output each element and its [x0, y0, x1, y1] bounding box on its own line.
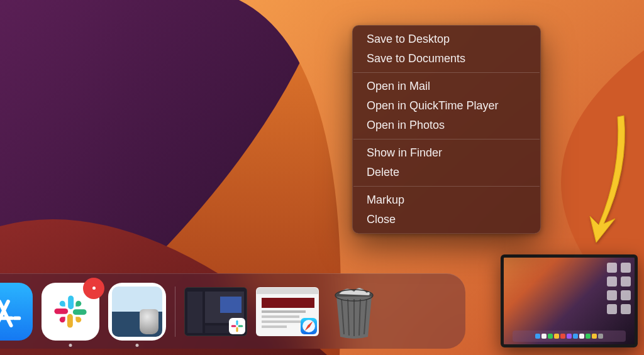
- menu-close[interactable]: Close: [353, 210, 540, 229]
- minimized-window-safari[interactable]: [256, 287, 319, 336]
- svg-rect-18: [262, 310, 306, 313]
- menu-delete[interactable]: Delete: [353, 163, 540, 182]
- dock: [0, 273, 465, 349]
- svg-rect-5: [54, 308, 68, 314]
- svg-rect-2: [68, 295, 74, 309]
- menu-separator: [353, 186, 540, 187]
- slack-icon: [50, 292, 91, 332]
- svg-rect-7: [187, 292, 203, 333]
- annotation-arrow-icon: [581, 113, 638, 245]
- slack-icon: [229, 318, 245, 334]
- trash-full-icon: [328, 283, 380, 341]
- svg-rect-11: [236, 320, 238, 325]
- svg-rect-4: [67, 314, 73, 327]
- notification-badge-icon: [83, 278, 104, 299]
- menu-open-in-quicktime[interactable]: Open in QuickTime Player: [353, 96, 540, 116]
- menu-save-to-desktop[interactable]: Save to Desktop: [353, 30, 540, 49]
- svg-rect-16: [257, 288, 319, 294]
- svg-rect-14: [231, 325, 236, 327]
- svg-rect-3: [73, 309, 87, 315]
- menu-separator: [353, 72, 540, 73]
- svg-rect-17: [262, 298, 314, 308]
- minimized-window-slack[interactable]: [184, 287, 247, 336]
- desktop-icons-mini: [607, 263, 631, 314]
- preview-icon: [112, 287, 162, 337]
- dock-app-slack[interactable]: [42, 283, 99, 341]
- appstore-icon: [0, 293, 22, 330]
- mini-dock-icon: [513, 330, 626, 342]
- dock-app-preview[interactable]: [108, 283, 166, 341]
- svg-rect-20: [262, 320, 302, 323]
- running-indicator-icon: [136, 344, 139, 347]
- safari-icon: [301, 318, 317, 334]
- svg-rect-19: [262, 315, 299, 318]
- svg-rect-21: [262, 325, 287, 328]
- menu-separator: [353, 139, 540, 139]
- dock-separator: [175, 287, 175, 337]
- menu-save-to-documents[interactable]: Save to Documents: [353, 49, 540, 68]
- svg-rect-12: [238, 325, 243, 327]
- screenshot-thumbnail[interactable]: [501, 254, 638, 347]
- svg-rect-13: [236, 327, 238, 332]
- dock-app-appstore[interactable]: [0, 283, 33, 341]
- svg-rect-9: [220, 297, 242, 313]
- menu-show-in-finder[interactable]: Show in Finder: [353, 143, 540, 163]
- menu-markup[interactable]: Markup: [353, 190, 540, 210]
- running-indicator-icon: [69, 344, 72, 347]
- screenshot-context-menu: Save to Desktop Save to Documents Open i…: [352, 25, 541, 234]
- menu-open-in-mail[interactable]: Open in Mail: [353, 77, 540, 96]
- dock-trash[interactable]: [328, 283, 380, 341]
- menu-open-in-photos[interactable]: Open in Photos: [353, 116, 540, 135]
